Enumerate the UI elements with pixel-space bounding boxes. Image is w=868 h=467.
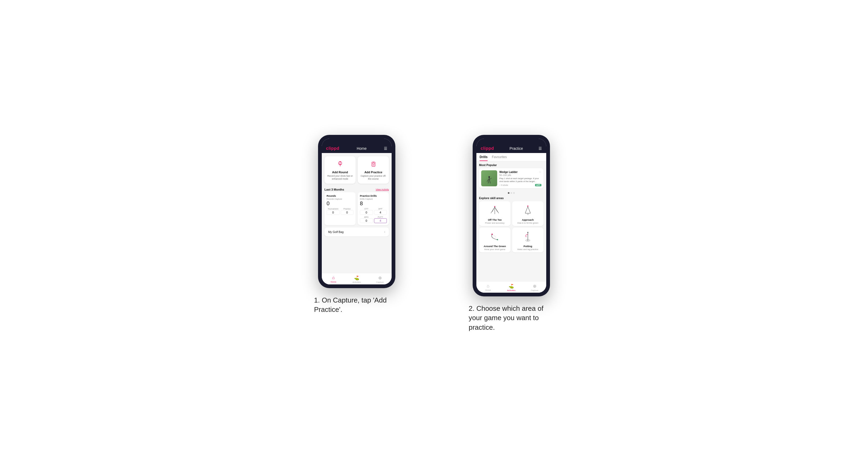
add-practice-card[interactable]: Add Practice Capture your practice off-t…: [358, 156, 389, 184]
golf-bag-row[interactable]: My Golf Bag ›: [324, 227, 389, 237]
tab-drills[interactable]: Drills: [479, 155, 488, 161]
tabs-row: Drills Favourites: [476, 153, 546, 161]
skill-off-the-tee[interactable]: Off The Tee Power and accuracy: [479, 201, 510, 226]
add-round-title: Add Round: [332, 170, 348, 174]
nav-home-1[interactable]: ⌂ Home: [322, 275, 345, 283]
nav-home-label-1: Home: [331, 281, 336, 283]
golfer-icon: [487, 176, 492, 185]
nav-capture-2[interactable]: ⊕ Capture: [523, 284, 546, 291]
activities-icon-1: ⛳: [354, 275, 359, 280]
svg-point-6: [373, 162, 374, 163]
arg-stat: ARG 0: [360, 216, 373, 223]
skill-desc-ott: Power and accuracy: [485, 222, 504, 224]
putt-stat: PUTT 4: [374, 216, 387, 223]
svg-line-15: [525, 207, 528, 213]
svg-point-7: [488, 176, 490, 178]
svg-rect-2: [340, 161, 340, 163]
star-icon[interactable]: ☆: [539, 170, 541, 174]
last3months-header: Last 3 Months View Activity: [322, 186, 392, 192]
nav-activities-label-2: Activities: [507, 289, 516, 291]
practice-drills-stat-box: Practice Drills Drills Capture 8 OTT 0 A…: [358, 192, 389, 225]
carousel-dots: [476, 191, 546, 195]
skill-name-putt: Putting: [524, 245, 532, 248]
rounds-capture-label: Rounds Capture: [327, 198, 353, 200]
header-title-2: Practice: [509, 146, 523, 151]
phone-1-notch: [343, 138, 370, 146]
dot-1[interactable]: [508, 192, 509, 194]
dot-3[interactable]: [513, 192, 515, 194]
skill-around-the-green[interactable]: Around The Green Hone your short game: [479, 228, 510, 252]
putt-value: 4: [374, 218, 387, 223]
drill-card[interactable]: Wedge Ladder ☆ 50–100 yds Play 1 shot at…: [479, 168, 544, 188]
golf-bag-label: My Golf Bag: [328, 230, 344, 234]
capture-icon-1: ⊕: [378, 275, 382, 280]
add-practice-desc: Capture your practice off-the-course: [360, 175, 387, 181]
nav-capture-label-2: Capture: [531, 289, 538, 291]
ott-value: 0: [360, 210, 373, 215]
add-practice-title: Add Practice: [365, 170, 382, 174]
home-actions: Add Round Record your shots fast or enha…: [322, 153, 392, 186]
chevron-right-icon: ›: [384, 230, 385, 234]
nav-capture-1[interactable]: ⊕ Capture: [368, 275, 392, 283]
phone-1-frame: clippd Home ☰: [318, 135, 395, 288]
add-round-card[interactable]: Add Round Record your shots fast or enha…: [324, 156, 355, 184]
nav-home-label-2: Home: [485, 289, 491, 291]
practice-value: 0: [341, 210, 354, 215]
skill-grid: Off The Tee Power and accuracy: [476, 201, 546, 254]
skill-desc-putt: Make and lag practice: [518, 248, 538, 251]
home-icon-1: ⌂: [332, 275, 335, 280]
putting-visual: [521, 230, 534, 244]
phone-2-notch: [498, 138, 525, 146]
nav-home-2[interactable]: ⌂ Home: [476, 284, 500, 291]
practice-stat: Practice 0: [341, 208, 354, 215]
home-icon-2: ⌂: [487, 284, 490, 288]
app-badge: APP: [535, 184, 541, 186]
tournament-stat: Tournament 0: [327, 208, 340, 215]
drill-name: Wedge Ladder: [499, 170, 518, 174]
tab-favourites[interactable]: Favourites: [492, 155, 507, 161]
app-stat: APP 4: [374, 208, 387, 215]
activities-icon-2: ⛳: [509, 284, 514, 289]
caption-1: 1. On Capture, tap 'Add Practice'.: [314, 295, 399, 314]
svg-point-4: [373, 163, 374, 164]
nav-activities-2[interactable]: ⛳ Activities: [500, 284, 523, 291]
add-round-desc: Record your shots fast or enhanced mode: [327, 175, 353, 181]
add-practice-icon: [369, 159, 378, 169]
app-logo-2: clippd: [480, 146, 494, 151]
bottom-nav-1: ⌂ Home ⛳ Activities ⊕ Capture: [322, 273, 392, 284]
phone-1-section: clippd Home ☰: [287, 135, 426, 314]
drill-thumbnail: [481, 170, 497, 186]
approach-visual: [521, 204, 534, 217]
hamburger-icon-1[interactable]: ☰: [384, 146, 388, 151]
svg-line-12: [492, 207, 495, 212]
shots-count: ○ 9 shots: [499, 184, 508, 186]
clock-icon: ○: [499, 184, 501, 186]
off-the-tee-visual: [488, 204, 501, 217]
drill-desc: Play 1 shot at each target yardage. If y…: [499, 177, 541, 183]
app-logo-1: clippd: [326, 146, 339, 151]
skill-name-ott: Off The Tee: [488, 218, 502, 221]
skill-putting[interactable]: Putting Make and lag practice: [512, 228, 544, 252]
skill-desc-atg: Hone your short game: [484, 248, 505, 251]
view-activity-link[interactable]: View Activity: [376, 188, 389, 191]
practice-drills-title: Practice Drills: [360, 194, 387, 197]
atg-visual: [488, 230, 501, 244]
screen-content-1: Add Round Record your shots fast or enha…: [322, 153, 392, 273]
svg-point-21: [527, 232, 528, 233]
svg-point-14: [527, 206, 528, 207]
skill-areas-title: Explore skill areas: [476, 195, 546, 201]
svg-point-18: [527, 214, 529, 215]
skill-name-atg: Around The Green: [484, 245, 506, 248]
arg-value: 0: [360, 218, 373, 223]
svg-line-16: [528, 207, 530, 213]
rounds-title: Rounds: [327, 194, 353, 197]
skill-approach[interactable]: Approach Dial-in to hit the green: [512, 201, 544, 226]
nav-activities-1[interactable]: ⛳ Activities: [345, 275, 368, 283]
hamburger-icon-2[interactable]: ☰: [538, 146, 542, 151]
phone-2-frame: clippd Practice ☰ Drills Favourites Most…: [473, 135, 550, 297]
dot-2[interactable]: [510, 192, 512, 194]
rounds-stat-box: Rounds Rounds Capture 0 Tournament 0 Pra…: [324, 192, 355, 225]
svg-point-8: [494, 206, 495, 207]
caption-2: 2. Choose which area of your game you wa…: [469, 304, 554, 332]
svg-point-24: [528, 240, 528, 241]
